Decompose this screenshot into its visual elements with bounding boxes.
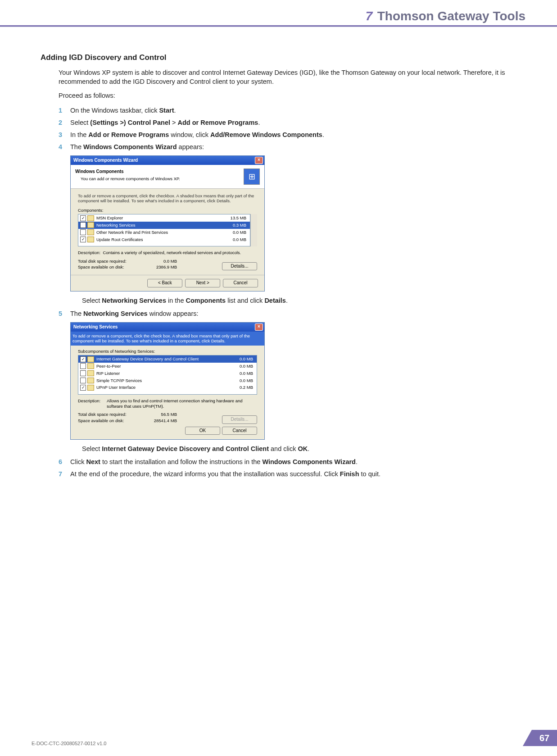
disk-available-label: Space available on disk:: [78, 418, 145, 424]
wizard-icon: ⊞: [244, 169, 260, 185]
scrollbar[interactable]: [250, 214, 257, 246]
folder-icon: [87, 370, 94, 376]
folder-icon: [87, 378, 94, 383]
next-button[interactable]: Next >: [185, 279, 220, 287]
step-number: 2: [59, 118, 62, 128]
folder-icon: [87, 237, 94, 242]
wizard-subheading: You can add or remove components of Wind…: [81, 176, 180, 182]
disk-required-label: Total disk space required:: [78, 411, 145, 418]
dialog-title: Windows Components Wizard: [73, 157, 138, 164]
section-heading: Adding IGD Discovery and Control: [41, 53, 516, 62]
list-item[interactable]: Peer-to-Peer0.0 MB: [78, 363, 257, 370]
step-number: 3: [59, 130, 62, 140]
page-number: 67: [532, 730, 557, 746]
step-4: 4 The Windows Components Wizard appears:…: [59, 142, 516, 305]
ok-button[interactable]: OK: [185, 427, 220, 435]
disk-available-value: 2386.9 MB: [145, 264, 177, 270]
disk-available-value: 28541.4 MB: [145, 418, 177, 424]
step-7: 7 At the end of the procedure, the wizar…: [59, 469, 516, 479]
step-1: 1 On the Windows taskbar, click Start.: [59, 106, 516, 115]
step-4-followup: Select Networking Services in the Compon…: [82, 296, 516, 305]
list-item[interactable]: MSN Explorer13.5 MB: [78, 214, 250, 222]
page-number-badge: 67: [523, 730, 557, 746]
networking-services-dialog: Networking Services × To add or remove a…: [70, 322, 265, 440]
chapter-number: 7: [366, 9, 373, 23]
step-number: 6: [59, 457, 62, 467]
checkbox-icon[interactable]: [80, 363, 86, 369]
proceed-label: Proceed as follows:: [59, 91, 516, 100]
description-text: Allows you to find and control Internet …: [107, 398, 257, 409]
dialog-titlebar[interactable]: Networking Services ×: [71, 323, 264, 332]
folder-icon: [87, 356, 94, 362]
step-number: 4: [59, 142, 62, 152]
step-number: 7: [59, 469, 62, 479]
wizard-instructions: To add or remove a component, click the …: [78, 193, 257, 204]
list-item[interactable]: Update Root Certificates0.0 MB: [78, 236, 250, 243]
close-icon[interactable]: ×: [255, 323, 263, 331]
close-icon[interactable]: ×: [255, 157, 263, 164]
step-2: 2 Select (Settings >) Control Panel > Ad…: [59, 118, 516, 128]
list-item[interactable]: UPnP User Interface0.2 MB: [78, 384, 257, 391]
list-item[interactable]: Internet Gateway Device Discovery and Co…: [78, 355, 257, 363]
components-listbox[interactable]: MSN Explorer13.5 MB Networking Services0…: [78, 214, 250, 246]
folder-icon: [87, 229, 94, 235]
checkbox-icon[interactable]: [80, 378, 86, 383]
step-5-followup: Select Internet Gateway Device Discovery…: [82, 444, 516, 454]
folder-icon: [87, 363, 94, 369]
list-item[interactable]: Simple TCP/IP Services0.0 MB: [78, 377, 257, 384]
checkbox-icon[interactable]: [80, 222, 86, 228]
cancel-button[interactable]: Cancel: [222, 427, 257, 435]
step-5: 5 The Networking Services window appears…: [59, 309, 516, 454]
description-label: Description:: [78, 398, 107, 409]
list-item[interactable]: Other Network File and Print Services0.0…: [78, 229, 250, 236]
back-button[interactable]: < Back: [147, 279, 182, 287]
dialog-title: Networking Services: [73, 324, 118, 331]
subcomponents-label: Subcomponents of Networking Services:: [78, 348, 257, 355]
checkbox-icon[interactable]: [80, 385, 86, 391]
checkbox-icon[interactable]: [80, 215, 86, 221]
intro-paragraph: Your Windows XP system is able to discov…: [59, 68, 516, 86]
disk-required-value: 0.0 MB: [145, 258, 177, 264]
document-id: E-DOC-CTC-20080527-0012 v1.0: [32, 741, 106, 746]
step-number: 5: [59, 309, 62, 319]
checkbox-icon[interactable]: [80, 237, 86, 242]
details-button[interactable]: Details...: [222, 262, 257, 271]
folder-icon: [87, 222, 94, 228]
folder-icon: [87, 215, 94, 221]
description-text: Contains a variety of specialized, netwo…: [103, 250, 241, 255]
dialog-instructions: To add or remove a component, click the …: [71, 332, 264, 346]
folder-icon: [87, 385, 94, 391]
components-label: Components:: [78, 207, 257, 214]
wizard-heading: Windows Components: [75, 169, 180, 175]
details-button: Details...: [222, 415, 257, 424]
checkbox-icon[interactable]: [80, 370, 86, 376]
step-6: 6 Click Next to start the installation a…: [59, 457, 516, 467]
page-header: 7 Thomson Gateway Tools: [32, 9, 525, 53]
disk-available-label: Space available on disk:: [78, 264, 145, 270]
step-3: 3 In the Add or Remove Programs window, …: [59, 130, 516, 140]
step-number: 1: [59, 106, 62, 115]
windows-components-wizard-dialog: Windows Components Wizard × Windows Comp…: [70, 155, 265, 291]
chapter-title: Thomson Gateway Tools: [377, 9, 525, 23]
description-label: Description:: [78, 250, 100, 255]
disk-required-value: 56.5 MB: [145, 411, 177, 418]
dialog-titlebar[interactable]: Windows Components Wizard ×: [71, 156, 264, 165]
checkbox-icon[interactable]: [80, 229, 86, 235]
cancel-button[interactable]: Cancel: [223, 279, 258, 287]
list-item[interactable]: RIP Listener0.0 MB: [78, 370, 257, 377]
list-item[interactable]: Networking Services0.3 MB: [78, 222, 250, 229]
checkbox-icon[interactable]: [80, 356, 86, 362]
disk-required-label: Total disk space required:: [78, 258, 145, 264]
subcomponents-listbox[interactable]: Internet Gateway Device Discovery and Co…: [78, 355, 257, 395]
